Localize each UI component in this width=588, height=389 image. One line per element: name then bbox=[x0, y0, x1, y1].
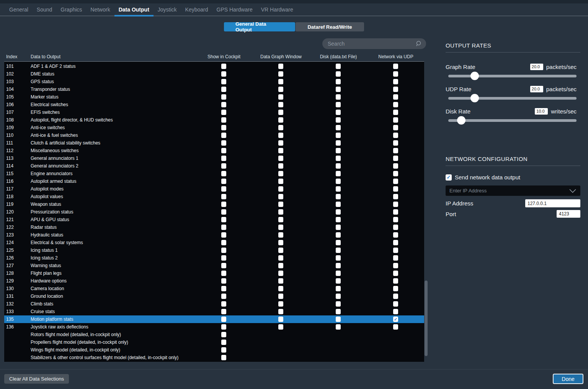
checkbox[interactable] bbox=[278, 163, 283, 169]
checkbox[interactable] bbox=[221, 271, 226, 276]
tab-dataref-read-write[interactable]: Dataref Read/Write bbox=[296, 22, 364, 31]
table-row[interactable]: 101ADF 1 & ADF 2 status bbox=[4, 62, 424, 70]
slider-thumb[interactable] bbox=[470, 94, 479, 102]
checkbox[interactable] bbox=[336, 179, 341, 184]
checkbox[interactable] bbox=[278, 294, 283, 299]
checkbox[interactable] bbox=[336, 94, 341, 100]
checkbox[interactable] bbox=[221, 110, 226, 115]
checkbox[interactable] bbox=[393, 117, 398, 123]
checkbox[interactable] bbox=[336, 248, 341, 253]
table-row[interactable]: 123Hydraulic status bbox=[4, 231, 424, 239]
checkbox[interactable] bbox=[221, 179, 226, 184]
table-row[interactable]: 112Miscellaneous switches bbox=[4, 147, 424, 154]
checkbox[interactable] bbox=[221, 102, 226, 107]
checkbox[interactable] bbox=[393, 194, 398, 199]
checkbox[interactable] bbox=[393, 171, 398, 176]
checkbox[interactable] bbox=[393, 179, 398, 184]
table-row[interactable]: 122Radar status bbox=[4, 223, 424, 231]
checkbox[interactable] bbox=[278, 102, 283, 107]
checkbox[interactable] bbox=[393, 240, 398, 245]
table-row[interactable]: 102DME status bbox=[4, 70, 424, 78]
checkbox[interactable] bbox=[336, 255, 341, 261]
send-network-data-output-checkbox[interactable] bbox=[446, 174, 452, 181]
tab-graphics[interactable]: Graphics bbox=[56, 7, 86, 16]
table-row[interactable]: 106Electrical switches bbox=[4, 101, 424, 108]
table-row[interactable]: 116Autopilot armed status bbox=[4, 177, 424, 185]
checkbox[interactable] bbox=[393, 278, 398, 284]
checkbox[interactable] bbox=[278, 64, 283, 69]
checkbox[interactable] bbox=[393, 102, 398, 107]
udp-rate-value-input[interactable] bbox=[530, 86, 543, 92]
checkbox[interactable] bbox=[278, 179, 283, 184]
checkbox[interactable] bbox=[221, 125, 226, 130]
checkbox[interactable] bbox=[393, 94, 398, 100]
checkbox[interactable] bbox=[336, 202, 341, 207]
checkbox[interactable] bbox=[278, 156, 283, 161]
checkbox[interactable] bbox=[336, 71, 341, 77]
checkbox[interactable] bbox=[393, 263, 398, 268]
graph-rate-value-input[interactable] bbox=[530, 64, 543, 70]
checkbox[interactable] bbox=[221, 317, 226, 322]
graph-rate-slider[interactable] bbox=[448, 72, 577, 80]
table-row[interactable]: 121APU & GPU status bbox=[4, 216, 424, 223]
checkbox[interactable] bbox=[278, 202, 283, 207]
checkbox[interactable] bbox=[278, 232, 283, 238]
checkbox[interactable] bbox=[393, 209, 398, 215]
checkbox[interactable] bbox=[278, 194, 283, 199]
tab-joystick[interactable]: Joystick bbox=[154, 7, 181, 16]
checkbox[interactable] bbox=[278, 317, 283, 322]
checkbox[interactable] bbox=[221, 217, 226, 222]
checkbox[interactable] bbox=[278, 79, 283, 84]
checkbox[interactable] bbox=[278, 71, 283, 77]
checkbox[interactable] bbox=[393, 71, 398, 77]
table-row[interactable]: 114General annunciators 2 bbox=[4, 162, 424, 170]
table-row[interactable]: 132Climb stats bbox=[4, 300, 424, 308]
checkbox[interactable] bbox=[278, 263, 283, 268]
checkbox[interactable] bbox=[221, 255, 226, 261]
checkbox[interactable] bbox=[393, 286, 398, 291]
table-scrollbar-thumb[interactable] bbox=[425, 281, 428, 356]
search-input[interactable] bbox=[328, 41, 415, 47]
checkbox[interactable] bbox=[221, 248, 226, 253]
checkbox[interactable] bbox=[336, 309, 341, 314]
checkbox[interactable] bbox=[336, 294, 341, 299]
table-row[interactable]: 133Cruise stats bbox=[4, 308, 424, 315]
checkbox[interactable] bbox=[221, 332, 226, 337]
checkbox[interactable] bbox=[336, 271, 341, 276]
tab-keyboard[interactable]: Keyboard bbox=[181, 7, 212, 16]
checkbox[interactable] bbox=[278, 248, 283, 253]
checkbox[interactable] bbox=[336, 79, 341, 84]
checkbox[interactable] bbox=[393, 64, 398, 69]
checkbox[interactable] bbox=[221, 324, 226, 330]
slider-thumb[interactable] bbox=[457, 116, 466, 125]
checkbox[interactable] bbox=[336, 133, 341, 138]
table-row[interactable]: Stabilizers & other control surfaces fli… bbox=[4, 354, 424, 361]
checkbox[interactable] bbox=[336, 324, 341, 330]
table-row[interactable]: 127Warning status bbox=[4, 262, 424, 269]
table-row[interactable]: 111Clutch & artificial stability switche… bbox=[4, 139, 424, 147]
table-row[interactable]: 104Transponder status bbox=[4, 85, 424, 93]
checkbox[interactable] bbox=[221, 294, 226, 299]
checkbox[interactable] bbox=[278, 324, 283, 330]
checkbox[interactable] bbox=[221, 171, 226, 176]
checkbox[interactable] bbox=[278, 278, 283, 284]
checkbox[interactable] bbox=[393, 309, 398, 314]
checkbox[interactable] bbox=[336, 140, 341, 146]
search-box[interactable] bbox=[322, 38, 426, 49]
checkbox[interactable] bbox=[336, 232, 341, 238]
checkbox[interactable] bbox=[221, 263, 226, 268]
ip-address-input[interactable] bbox=[525, 199, 580, 207]
checkbox[interactable] bbox=[336, 102, 341, 107]
checkbox[interactable] bbox=[221, 194, 226, 199]
checkbox[interactable] bbox=[393, 163, 398, 169]
checkbox[interactable] bbox=[393, 148, 398, 153]
checkbox[interactable] bbox=[278, 133, 283, 138]
checkbox[interactable] bbox=[336, 263, 341, 268]
checkbox[interactable] bbox=[336, 110, 341, 115]
checkbox[interactable] bbox=[336, 278, 341, 284]
table-row[interactable]: 126Icing status 2 bbox=[4, 254, 424, 262]
tab-sound[interactable]: Sound bbox=[33, 7, 56, 16]
checkbox[interactable] bbox=[393, 110, 398, 115]
table-row[interactable]: 109Anti-ice switches bbox=[4, 124, 424, 131]
checkbox[interactable] bbox=[336, 117, 341, 123]
